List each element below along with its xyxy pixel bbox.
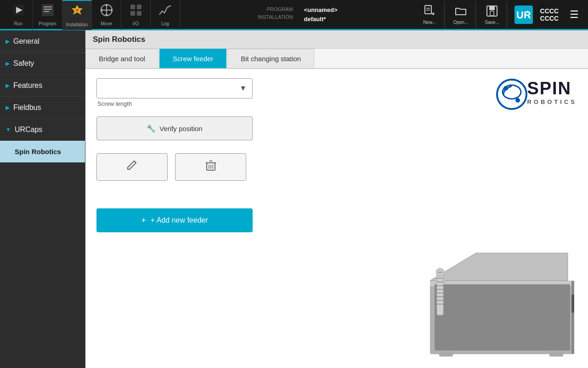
run-label: Run [14, 21, 22, 26]
nav-log[interactable]: Log [151, 0, 180, 30]
svg-rect-44 [435, 284, 570, 351]
sidebar-fieldbus-label: Fieldbus [13, 104, 41, 112]
open-button[interactable]: Open... [447, 1, 476, 29]
svg-rect-18 [137, 11, 141, 16]
svg-rect-56 [439, 352, 453, 356]
content-area: Spin Robotics Bridge and tool Screw feed… [85, 30, 588, 368]
top-actions: New... Open... Save... UR + CCCC CCCC [415, 1, 584, 29]
main-layout: ▶ General ▶ Safety ▶ Features ▶ Fieldbus… [0, 30, 588, 368]
svg-rect-58 [571, 281, 574, 354]
log-label: Log [161, 21, 169, 26]
chevron-right-icon: ▶ [6, 104, 10, 111]
topbar: Run Program Installation Move I/O Log [0, 0, 588, 30]
spin-logo-icon [496, 78, 523, 106]
sidebar-item-safety[interactable]: ▶ Safety [0, 52, 85, 75]
sidebar-spin-robotics-label: Spin Robotics [15, 148, 61, 155]
trash-icon [204, 159, 217, 175]
svg-rect-57 [549, 352, 563, 356]
screw-length-label: Screw length [97, 100, 400, 107]
open-icon [454, 5, 467, 20]
new-button[interactable]: New... [415, 1, 445, 29]
content-body: ▼ Screw length 🔧 Verify position [85, 69, 588, 368]
sidebar-features-label: Features [13, 81, 42, 90]
wrench-icon: 🔧 [147, 124, 156, 133]
sidebar-item-fieldbus[interactable]: ▶ Fieldbus [0, 97, 85, 119]
nav-run[interactable]: Run [4, 0, 33, 30]
sidebar: ▶ General ▶ Safety ▶ Features ▶ Fieldbus… [0, 30, 85, 368]
svg-rect-4 [44, 9, 52, 10]
installation-value: default* [304, 15, 338, 24]
svg-rect-15 [130, 5, 135, 9]
program-value: <unnamed> [304, 6, 338, 15]
chevron-right-icon: ▶ [6, 60, 10, 67]
feeder-machine-image [393, 235, 577, 359]
svg-rect-16 [137, 5, 141, 9]
nav-move[interactable]: Move [92, 0, 121, 30]
edit-button[interactable] [96, 153, 168, 181]
program-label: Program [39, 21, 56, 26]
move-label: Move [101, 21, 112, 26]
program-info: PROGRAM INSTALLATION <unnamed> default* [180, 6, 415, 23]
cccc-display: CCCC CCCC [540, 7, 559, 22]
new-label: New... [423, 20, 436, 25]
spin-logo-text: SPIN ROBOTICS [527, 79, 577, 105]
spin-robotics-logo: SPIN ROBOTICS [496, 78, 577, 106]
run-icon [11, 3, 26, 20]
plus-icon: + [141, 216, 146, 225]
page-title: Spin Robotics [93, 35, 145, 44]
log-icon [158, 3, 173, 20]
tab-bridge[interactable]: Bridge and tool [85, 49, 158, 68]
nav-io[interactable]: I/O [121, 0, 151, 30]
sidebar-item-urcaps[interactable]: ▼ URCaps [0, 119, 85, 141]
right-panel: SPIN ROBOTICS [400, 78, 577, 359]
open-label: Open... [453, 20, 469, 25]
svg-line-30 [134, 161, 136, 163]
sidebar-item-features[interactable]: ▶ Features [0, 75, 85, 97]
io-icon [129, 3, 143, 20]
chevron-down-icon: ▼ [6, 126, 11, 133]
verify-label: Verify position [159, 125, 202, 132]
robotics-text: ROBOTICS [527, 98, 577, 105]
installation-icon [70, 4, 85, 21]
sidebar-item-spin-robotics[interactable]: Spin Robotics [0, 141, 85, 163]
sidebar-item-general[interactable]: ▶ General [0, 30, 85, 52]
spin-text: SPIN [527, 79, 577, 98]
svg-point-7 [76, 9, 79, 12]
left-panel: ▼ Screw length 🔧 Verify position [96, 78, 400, 359]
svg-rect-17 [130, 11, 135, 16]
delete-button[interactable] [175, 153, 246, 181]
svg-rect-26 [490, 11, 494, 16]
nav-installation[interactable]: Installation [62, 0, 92, 30]
page-title-bar: Spin Robotics [85, 30, 588, 49]
new-icon [423, 5, 436, 20]
chevron-right-icon: ▶ [6, 82, 10, 89]
tab-bit-changing[interactable]: Bit changing station [227, 49, 314, 68]
save-label: Save... [485, 20, 499, 25]
save-button[interactable]: Save... [478, 1, 507, 29]
installation-label: Installation [66, 22, 88, 27]
svg-rect-25 [489, 6, 495, 10]
urcaps-logo: UR + [513, 4, 535, 26]
program-icon [40, 3, 55, 20]
svg-point-37 [497, 80, 526, 109]
edit-icon [126, 159, 139, 175]
io-label: I/O [133, 21, 139, 26]
add-feeder-label: + Add new feeder [151, 216, 208, 224]
svg-marker-42 [430, 253, 568, 281]
tabs: Bridge and tool Screw feeder Bit changin… [85, 49, 588, 69]
nav-program[interactable]: Program [33, 0, 62, 30]
add-feeder-button[interactable]: + + Add new feeder [96, 208, 253, 232]
sidebar-safety-label: Safety [13, 59, 34, 68]
svg-rect-19 [425, 6, 431, 14]
chevron-right-icon: ▶ [6, 38, 10, 45]
program-label-text: PROGRAM [258, 6, 293, 13]
hamburger-menu[interactable]: ☰ [564, 9, 584, 21]
svg-rect-5 [44, 11, 49, 12]
tab-screw-feeder[interactable]: Screw feeder [159, 49, 226, 68]
move-icon [99, 3, 114, 20]
verify-position-button[interactable]: 🔧 Verify position [96, 116, 253, 140]
installation-label-text: INSTALLATION [258, 13, 293, 21]
svg-rect-59 [571, 294, 574, 313]
screw-length-dropdown[interactable]: ▼ [96, 78, 253, 98]
action-buttons [96, 153, 400, 181]
